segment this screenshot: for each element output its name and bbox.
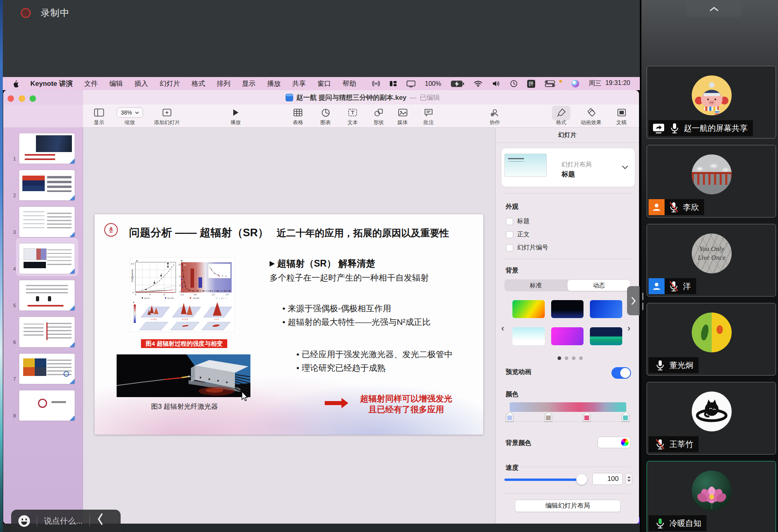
gradient-stop-3[interactable] <box>583 414 590 421</box>
menu-share[interactable]: 共享 <box>292 79 306 88</box>
slide-thumbnail-3[interactable] <box>19 207 75 237</box>
chevron-down-icon[interactable] <box>621 165 629 170</box>
edit-slide-layout-button[interactable]: 编辑幻灯片布局 <box>515 500 621 512</box>
menu-arrange[interactable]: 排列 <box>217 79 230 88</box>
battery-icon <box>451 81 464 87</box>
background-swatch-3[interactable] <box>590 300 622 318</box>
recording-indicator: 录制中 <box>21 7 69 19</box>
panel-drag-handle[interactable] <box>642 293 643 300</box>
menu-app-name[interactable]: Keynote 讲演 <box>30 79 73 88</box>
stage-manager-icon[interactable] <box>389 80 397 87</box>
chat-placeholder[interactable]: 说点什么... <box>44 516 83 526</box>
page-dot-1[interactable] <box>558 356 561 360</box>
slide-thumbnail-8[interactable] <box>19 390 75 421</box>
chat-input-bar[interactable]: 说点什么... <box>11 510 121 532</box>
slide-thumbnail-1[interactable] <box>19 133 75 164</box>
menu-edit[interactable]: 编辑 <box>109 79 123 88</box>
page-dot-4[interactable] <box>579 356 583 360</box>
svg-text:Ω/ω=5: Ω/ω=5 <box>144 297 150 299</box>
slide-thumbnail-5[interactable] <box>19 280 75 310</box>
swatch-next-icon[interactable]: › <box>627 323 630 334</box>
layout-thumbnail <box>504 154 547 177</box>
display-icon[interactable] <box>407 80 415 87</box>
page-dot-3[interactable] <box>572 356 576 360</box>
close-button[interactable] <box>8 95 14 102</box>
page-dot-2[interactable] <box>565 356 568 360</box>
gradient-stop-4[interactable] <box>622 414 629 421</box>
speed-slider[interactable] <box>504 479 587 481</box>
current-slide[interactable]: 问题分析 —— 超辐射（SR） 近二十年的应用，拓展的原因以及重要性 <box>95 214 483 435</box>
gradient-stop-1[interactable] <box>506 414 513 421</box>
speed-stepper[interactable] <box>625 473 632 485</box>
background-swatch-6[interactable] <box>590 327 622 345</box>
zoom-button[interactable] <box>30 95 36 102</box>
tab-dynamic[interactable]: 动态 <box>568 280 630 291</box>
slide-thumbnail-6[interactable] <box>19 317 75 347</box>
toolbar-play-button[interactable]: 播放 <box>214 107 258 126</box>
color-gradient-bar[interactable] <box>510 402 626 412</box>
emoji-icon[interactable] <box>18 515 30 527</box>
battery-percent: 100% <box>425 80 441 87</box>
participant-tile-5[interactable]: 王莘竹 <box>647 382 776 455</box>
menu-file[interactable]: 文件 <box>84 79 98 88</box>
wifi-icon[interactable] <box>474 81 482 87</box>
mic-muted-icon <box>669 202 679 213</box>
background-swatch-4[interactable] <box>512 327 545 345</box>
svg-text:0.4: 0.4 <box>131 263 134 265</box>
checkbox-slide-number[interactable]: 幻灯片编号 <box>506 243 548 252</box>
airplay-audio-icon[interactable] <box>372 80 380 87</box>
background-swatch-2[interactable] <box>551 300 584 318</box>
slide-thumbnail-2[interactable] <box>19 170 75 200</box>
menu-insert[interactable]: 插入 <box>135 79 148 88</box>
participant-tile-1[interactable]: 赵一航的屏幕共享 <box>647 66 776 138</box>
panel-collapse-tab[interactable] <box>627 286 640 315</box>
control-center-icon[interactable] <box>545 80 555 87</box>
slide-bullet-4: 理论研究已经趋于成熟 <box>296 362 385 374</box>
chat-collapse-icon[interactable] <box>97 513 103 528</box>
window-titlebar: 赵一航 提问与猜想三分钟的副本.key — 已编辑 <box>3 90 639 105</box>
red-arrow-icon <box>325 401 341 405</box>
checkbox-title[interactable]: 标题 <box>506 217 530 225</box>
tab-standard[interactable]: 标准 <box>504 279 567 291</box>
menu-slide[interactable]: 幻灯片 <box>160 79 180 88</box>
toolbar-collaborate-button[interactable]: 协作 <box>473 107 517 126</box>
recording-label: 录制中 <box>41 7 69 19</box>
volume-icon[interactable] <box>492 80 500 87</box>
titlebar-sidebar-tint <box>3 90 83 128</box>
desktop-top-band: 录制中 <box>3 0 640 77</box>
background-swatch-1[interactable] <box>512 300 545 318</box>
siri-icon[interactable] <box>572 80 579 87</box>
participant-tile-2[interactable]: 李欣 <box>647 145 776 218</box>
status-badge-blue <box>649 278 665 294</box>
preview-animation-toggle[interactable] <box>611 367 631 379</box>
panel-drag-handle-2[interactable] <box>642 303 643 310</box>
swatch-prev-icon[interactable]: ‹ <box>501 323 504 334</box>
minimize-button[interactable] <box>19 95 25 102</box>
toolbar-comment-button[interactable]: 批注 <box>407 107 451 126</box>
menu-play[interactable]: 播放 <box>267 79 281 88</box>
window-toolbar: 显示 38% 缩放 添加幻灯片 播放 表格 图表 <box>3 105 639 128</box>
time-machine-icon[interactable] <box>510 80 518 87</box>
participant-tile-6[interactable]: 冷暖自知 <box>647 461 776 532</box>
background-swatch-5[interactable] <box>551 327 584 345</box>
slide-thumbnail-4[interactable] <box>19 243 75 274</box>
speed-slider-knob[interactable] <box>576 474 587 485</box>
toolbar-document-button[interactable]: 文稿 <box>599 107 639 126</box>
participant-tile-4[interactable]: 董光炯 <box>647 303 776 376</box>
figure-4-caption: 图4 超辐射过程的强度与相变 <box>141 339 227 348</box>
avatar-4 <box>692 312 732 352</box>
participant-tile-3[interactable]: You OnlyLive Once 洋 <box>647 224 776 297</box>
menu-window[interactable]: 窗口 <box>318 79 331 88</box>
checkbox-body[interactable]: 正文 <box>506 230 530 239</box>
apple-logo-icon[interactable] <box>12 80 19 88</box>
menu-format[interactable]: 格式 <box>192 79 205 88</box>
gradient-stop-2[interactable] <box>545 414 552 421</box>
speed-value-field[interactable]: 100 <box>592 473 623 485</box>
panel-collapse-button[interactable] <box>686 1 742 17</box>
menu-help[interactable]: 帮助 <box>343 79 356 88</box>
slide-thumbnail-7[interactable] <box>19 354 75 384</box>
toolbar-add-slide-button[interactable]: 添加幻灯片 <box>145 107 189 126</box>
menu-view[interactable]: 显示 <box>242 79 256 88</box>
background-color-well[interactable] <box>597 437 631 448</box>
input-source-icon[interactable]: 拼 <box>527 80 535 88</box>
